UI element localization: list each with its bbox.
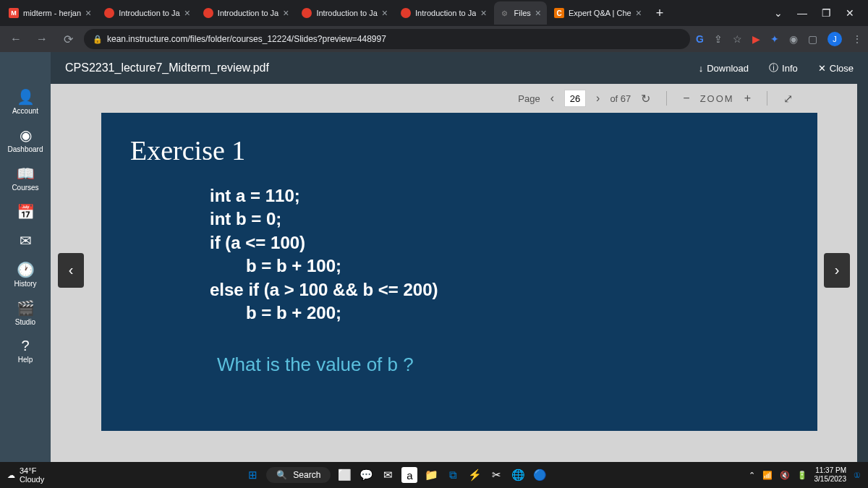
close-icon[interactable]: × [480,7,486,19]
browser-tab-strip: M midterm - herjan × Introduction to Ja … [0,0,868,26]
sidebar-item-studio[interactable]: 🎬 Studio [0,294,51,332]
slide-content: Exercise 1 int a = 110; int b = 0; if (a… [101,113,817,431]
canvas-icon [203,8,213,18]
star-icon[interactable]: ☆ [733,33,742,45]
help-icon: ? [21,338,29,354]
mail-icon[interactable]: ✉ [380,467,396,483]
relaunch-icon[interactable]: ◉ [789,33,798,45]
slide-title: Exercise 1 [130,134,788,166]
history-icon: 🕐 [17,261,35,278]
lock-icon: 🔒 [93,35,103,44]
page-content: 👤 Account ◉ Dashboard 📖 Courses 📅 ✉ 🕐 Hi… [0,52,868,488]
reading-list-icon[interactable]: ▢ [808,33,817,45]
canvas-icon [302,8,312,18]
winamp-icon[interactable]: ⚡ [467,467,482,483]
download-button[interactable]: ↓ Download [699,63,749,74]
page-total: of 67 [610,93,631,104]
chevron-down-icon[interactable]: ⌄ [774,7,783,19]
clock[interactable]: 11:37 PM 3/15/2023 [814,466,847,484]
close-icon[interactable]: × [382,7,388,19]
tab-files-active[interactable]: ⚙ Files × [494,1,547,25]
volume-icon[interactable]: 🔇 [780,471,790,480]
fullscreen-button[interactable]: ⤢ [780,92,796,106]
new-tab-button[interactable]: + [649,6,671,21]
weather-widget[interactable]: ☁ 34°F Cloudy [7,466,44,484]
battery-icon[interactable]: 🔋 [797,471,807,480]
zoom-label: ZOOM [700,93,734,104]
info-button[interactable]: ⓘ Info [769,61,798,74]
close-icon[interactable]: × [283,7,289,19]
vscode-icon[interactable]: ⧉ [445,467,461,483]
sidebar-item-calendar[interactable]: 📅 [0,197,51,226]
sidebar-item-dashboard[interactable]: ◉ Dashboard [0,121,51,159]
account-icon: 👤 [17,88,35,106]
tab-title: Files [514,9,531,17]
google-icon[interactable]: G [696,33,704,45]
close-icon[interactable]: × [85,7,91,19]
zoom-in-button[interactable]: + [741,92,754,105]
sidebar-item-history[interactable]: 🕐 History [0,255,51,294]
reload-button[interactable]: ⟳ [58,33,78,46]
tab-title: Introduction to Ja [218,9,278,17]
sidebar-item-help[interactable]: ? Help [0,332,51,369]
url-text: kean.instructure.com/files/folder/course… [107,34,386,44]
page-scrollbar[interactable] [857,52,868,488]
tray-expand-icon[interactable]: ⌃ [749,471,755,480]
minimize-icon[interactable]: — [797,7,807,19]
sidebar-item-inbox[interactable]: ✉ [0,226,51,255]
amazon-icon[interactable]: a [401,467,417,483]
taskbar-search[interactable]: 🔍 Search [266,467,331,483]
tab-canvas-3[interactable]: Introduction to Ja × [296,1,393,25]
close-icon[interactable]: × [535,7,541,19]
explorer-icon[interactable]: 📁 [423,467,439,483]
code-line: b = b + 100; [210,254,788,278]
zoom-out-button[interactable]: − [680,92,692,105]
maximize-icon[interactable]: ❐ [822,7,831,19]
tab-canvas-1[interactable]: Introduction to Ja × [98,1,196,25]
next-page-button[interactable]: › [593,92,603,105]
menu-icon[interactable]: ⋮ [852,33,862,45]
extension-icon[interactable]: ▶ [752,33,760,45]
tab-canvas-4[interactable]: Introduction to Ja × [395,1,493,25]
sidebar-item-courses[interactable]: 📖 Courses [0,159,51,197]
tab-canvas-2[interactable]: Introduction to Ja × [197,1,295,25]
chrome-icon[interactable]: 🔵 [532,467,548,483]
share-icon[interactable]: ⇪ [714,33,723,45]
tab-title: midterm - herjan [23,9,81,17]
tab-gmail[interactable]: M midterm - herjan × [3,1,97,25]
close-window-icon[interactable]: ✕ [846,7,854,19]
profile-avatar[interactable]: J [827,32,842,46]
code-block: int a = 110; int b = 0; if (a <= 100) b … [210,184,788,325]
document-filename: CPS2231_lecture7_Midterm_review.pdf [65,61,269,74]
page-number-input[interactable] [564,90,586,107]
close-button[interactable]: ✕ Close [818,63,854,74]
forward-button[interactable]: → [32,33,52,46]
tab-chegg[interactable]: C Expert Q&A | Che × [548,1,647,25]
canvas-icon [104,8,114,18]
sidebar-label: Dashboard [8,145,43,153]
document-toolbar: Page ‹ › of 67 ↻ − ZOOM + ⤢ [51,84,868,113]
notification-icon[interactable]: ① [854,471,861,480]
chat-icon[interactable]: 💬 [358,467,374,483]
sidebar-item-account[interactable]: 👤 Account [0,82,51,121]
snip-icon[interactable]: ✂ [488,467,504,483]
next-slide-arrow[interactable]: › [824,253,850,288]
code-line: int a = 110; [210,184,788,207]
start-button[interactable]: ⊞ [244,467,260,483]
sidebar-label: Account [12,107,38,115]
wifi-icon[interactable]: 📶 [762,471,773,480]
puzzle-icon[interactable]: ✦ [770,33,779,45]
sidebar-label: Courses [12,184,38,192]
temperature: 34°F [20,466,44,475]
prev-page-button[interactable]: ‹ [548,92,557,105]
rotate-button[interactable]: ↻ [638,92,653,106]
back-button[interactable]: ← [6,33,26,46]
prev-slide-arrow[interactable]: ‹ [58,253,84,288]
tab-title: Expert Q&A | Che [569,9,631,17]
canvas-sidebar: 👤 Account ◉ Dashboard 📖 Courses 📅 ✉ 🕐 Hi… [0,52,51,488]
edge-icon[interactable]: 🌐 [510,467,526,483]
task-view-icon[interactable]: ⬜ [336,467,352,483]
close-icon[interactable]: × [636,7,642,19]
close-icon[interactable]: × [184,7,190,19]
url-input[interactable]: 🔒 kean.instructure.com/files/folder/cour… [84,29,690,49]
